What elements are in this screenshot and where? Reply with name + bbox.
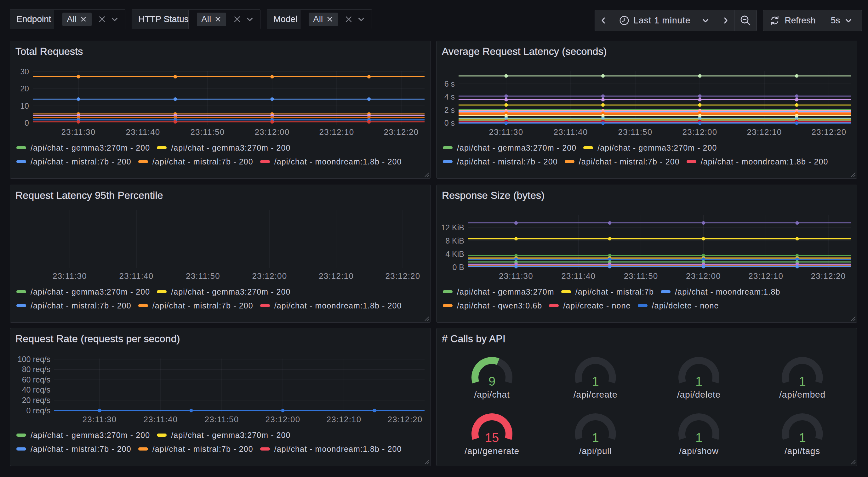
svg-text:40 req/s: 40 req/s <box>22 385 51 394</box>
svg-text:23:11:30: 23:11:30 <box>53 271 87 281</box>
svg-text:15: 15 <box>485 431 499 445</box>
svg-text:/api/embed: /api/embed <box>779 390 826 399</box>
svg-text:80 req/s: 80 req/s <box>22 365 51 374</box>
svg-text:23:11:30: 23:11:30 <box>499 271 533 281</box>
svg-text:10: 10 <box>20 101 29 110</box>
svg-text:8 KiB: 8 KiB <box>445 236 464 245</box>
svg-text:23:12:20: 23:12:20 <box>384 127 419 137</box>
svg-text:23:12:10: 23:12:10 <box>327 415 362 424</box>
svg-text:1: 1 <box>592 374 599 388</box>
svg-text:4 s: 4 s <box>444 92 455 101</box>
svg-text:23:12:10: 23:12:10 <box>319 271 354 281</box>
svg-text:23:11:50: 23:11:50 <box>624 271 658 281</box>
svg-text:/api/generate: /api/generate <box>465 446 519 456</box>
svg-text:23:12:00: 23:12:00 <box>252 271 287 281</box>
svg-text:1: 1 <box>799 431 806 445</box>
svg-text:/api/show: /api/show <box>679 446 719 456</box>
svg-text:/api/tags: /api/tags <box>784 446 820 456</box>
svg-text:23:12:10: 23:12:10 <box>747 127 782 137</box>
svg-text:0 s: 0 s <box>444 118 455 127</box>
svg-text:23:11:50: 23:11:50 <box>205 415 239 424</box>
svg-text:23:12:20: 23:12:20 <box>385 271 421 281</box>
svg-text:23:11:40: 23:11:40 <box>119 271 154 281</box>
svg-text:0 B: 0 B <box>452 263 464 272</box>
svg-text:23:12:00: 23:12:00 <box>255 127 290 137</box>
svg-text:/api/create: /api/create <box>574 390 618 399</box>
svg-text:23:12:00: 23:12:00 <box>686 271 721 281</box>
svg-text:23:12:10: 23:12:10 <box>319 127 354 137</box>
svg-text:1: 1 <box>799 374 806 388</box>
svg-text:23:11:40: 23:11:40 <box>561 271 595 281</box>
svg-text:9: 9 <box>489 374 495 388</box>
svg-text:1: 1 <box>695 431 702 445</box>
svg-text:23:11:30: 23:11:30 <box>61 127 96 137</box>
svg-text:23:11:50: 23:11:50 <box>190 127 225 137</box>
svg-text:1: 1 <box>592 431 599 445</box>
svg-text:23:12:00: 23:12:00 <box>682 127 717 137</box>
svg-text:/api/chat: /api/chat <box>474 390 509 399</box>
svg-text:23:12:00: 23:12:00 <box>266 415 301 424</box>
svg-text:0 req/s: 0 req/s <box>27 406 51 415</box>
svg-text:23:11:50: 23:11:50 <box>618 127 653 137</box>
svg-text:1: 1 <box>695 374 702 388</box>
svg-text:23:12:20: 23:12:20 <box>812 127 846 137</box>
svg-text:23:12:20: 23:12:20 <box>811 271 846 281</box>
svg-text:20: 20 <box>20 84 29 93</box>
svg-text:6 s: 6 s <box>444 80 455 88</box>
svg-text:60 req/s: 60 req/s <box>22 375 51 384</box>
svg-text:20 req/s: 20 req/s <box>22 396 51 405</box>
svg-text:100 req/s: 100 req/s <box>18 355 51 364</box>
svg-text:2 s: 2 s <box>444 106 455 114</box>
svg-text:23:11:40: 23:11:40 <box>126 127 160 137</box>
svg-text:23:12:20: 23:12:20 <box>388 415 423 424</box>
svg-text:23:11:30: 23:11:30 <box>83 415 117 424</box>
svg-text:/api/delete: /api/delete <box>677 390 721 399</box>
svg-text:4 KiB: 4 KiB <box>445 249 464 258</box>
svg-text:23:11:50: 23:11:50 <box>186 271 220 281</box>
svg-text:0: 0 <box>25 118 29 127</box>
svg-text:/api/pull: /api/pull <box>579 446 612 456</box>
svg-text:23:11:30: 23:11:30 <box>489 127 523 137</box>
svg-text:23:11:40: 23:11:40 <box>144 415 178 424</box>
svg-text:23:12:10: 23:12:10 <box>748 271 783 281</box>
svg-text:30: 30 <box>20 67 29 76</box>
svg-text:23:11:40: 23:11:40 <box>554 127 588 137</box>
svg-text:12 KiB: 12 KiB <box>441 223 464 232</box>
